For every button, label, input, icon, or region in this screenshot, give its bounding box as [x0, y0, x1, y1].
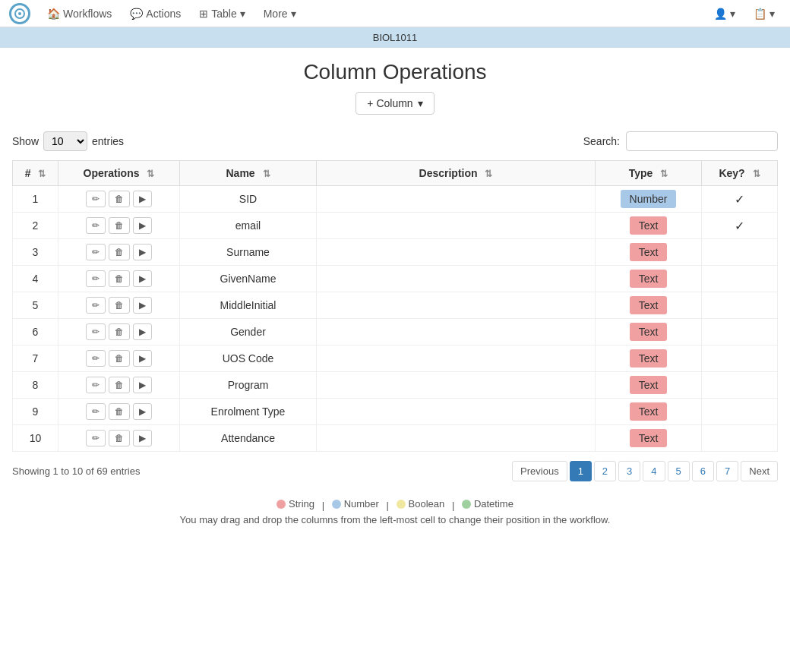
page-1-button[interactable]: 1: [570, 461, 592, 481]
entries-select[interactable]: 10 25 50 100: [43, 131, 87, 151]
home-icon: 🏠: [47, 8, 60, 20]
row-name: Attendance: [180, 425, 317, 452]
navbar: 🏠 Workflows 💬 Actions ⊞ Table ▾ More ▾ 👤…: [0, 0, 790, 27]
row-name: UOS Code: [180, 345, 317, 372]
page-2-button[interactable]: 2: [594, 461, 616, 481]
row-description: [317, 319, 596, 345]
search-label: Search:: [583, 135, 620, 147]
row-ops: ✏ 🗑 ▶: [58, 319, 180, 345]
prev-button[interactable]: Previous: [512, 461, 567, 481]
add-column-label: + Column: [367, 97, 412, 109]
col-number[interactable]: # ⇅: [13, 161, 58, 186]
key-checkmark: ✓: [735, 193, 744, 206]
table-row: 4 ✏ 🗑 ▶ GivenNameText: [13, 266, 778, 292]
nav-user[interactable]: 👤 ▾: [708, 5, 741, 23]
delete-button[interactable]: 🗑: [109, 270, 130, 287]
edit-button[interactable]: ✏: [86, 191, 106, 207]
row-type: Text: [596, 372, 702, 399]
edit-button[interactable]: ✏: [86, 244, 106, 260]
delete-button[interactable]: 🗑: [109, 350, 130, 367]
table-header-row: # ⇅ Operations ⇅ Name ⇅ Description ⇅ Ty…: [13, 161, 778, 186]
sub-header: BIOL1011: [0, 27, 790, 48]
nav-table[interactable]: ⊞ Table ▾: [191, 5, 252, 23]
row-num: 9: [13, 399, 58, 425]
row-ops: ✏ 🗑 ▶: [58, 186, 180, 213]
edit-button[interactable]: ✏: [86, 430, 106, 446]
row-key: [702, 399, 778, 425]
nav-actions[interactable]: 💬 Actions: [122, 5, 188, 23]
delete-button[interactable]: 🗑: [109, 217, 130, 234]
more-button[interactable]: ▶: [133, 244, 152, 260]
more-button[interactable]: ▶: [133, 377, 152, 393]
delete-button[interactable]: 🗑: [109, 297, 130, 314]
page-3-button[interactable]: 3: [618, 461, 640, 481]
row-type: Text: [596, 213, 702, 239]
edit-button[interactable]: ✏: [86, 297, 106, 314]
delete-button[interactable]: 🗑: [109, 323, 130, 340]
edit-button[interactable]: ✏: [86, 403, 106, 420]
more-button[interactable]: ▶: [133, 350, 152, 367]
row-name: Enrolment Type: [180, 399, 317, 425]
type-badge: Number: [621, 190, 677, 208]
more-button[interactable]: ▶: [133, 217, 152, 234]
brand-logo[interactable]: [9, 3, 30, 24]
table-footer: Showing 1 to 10 of 69 entries Previous 1…: [0, 452, 790, 491]
search-input[interactable]: [626, 131, 778, 151]
chat-icon: 💬: [130, 8, 143, 20]
sort-name-icon: ⇅: [263, 169, 270, 179]
edit-button[interactable]: ✏: [86, 217, 106, 234]
more-button[interactable]: ▶: [133, 430, 152, 446]
page-5-button[interactable]: 5: [668, 461, 690, 481]
add-column-button[interactable]: + Column ▾: [356, 92, 434, 115]
more-button[interactable]: ▶: [133, 297, 152, 314]
more-button[interactable]: ▶: [133, 323, 152, 340]
edit-button[interactable]: ✏: [86, 377, 106, 393]
row-type: Text: [596, 345, 702, 372]
delete-button[interactable]: 🗑: [109, 377, 130, 393]
type-badge: Text: [630, 323, 668, 341]
type-badge: Text: [630, 296, 668, 314]
legend-number: Number: [332, 498, 379, 510]
more-button[interactable]: ▶: [133, 191, 152, 207]
col-operations[interactable]: Operations ⇅: [58, 161, 180, 186]
type-badge: Text: [630, 270, 668, 288]
col-description[interactable]: Description ⇅: [317, 161, 596, 186]
delete-button[interactable]: 🗑: [109, 403, 130, 420]
row-type: Text: [596, 239, 702, 266]
page-6-button[interactable]: 6: [692, 461, 714, 481]
logo-icon: [9, 3, 30, 24]
row-name: SID: [180, 186, 317, 213]
entries-label: entries: [92, 135, 124, 147]
page-4-button[interactable]: 4: [643, 461, 665, 481]
edit-button[interactable]: ✏: [86, 270, 106, 287]
edit-button[interactable]: ✏: [86, 323, 106, 340]
row-description: [317, 425, 596, 452]
row-description: [317, 239, 596, 266]
nav-more[interactable]: More ▾: [256, 5, 304, 23]
next-button[interactable]: Next: [741, 461, 778, 481]
row-ops: ✏ 🗑 ▶: [58, 213, 180, 239]
row-description: [317, 292, 596, 319]
edit-button[interactable]: ✏: [86, 350, 106, 367]
col-name[interactable]: Name ⇅: [180, 161, 317, 186]
table-row: 8 ✏ 🗑 ▶ ProgramText: [13, 372, 778, 399]
page-7-button[interactable]: 7: [716, 461, 738, 481]
row-num: 8: [13, 372, 58, 399]
more-button[interactable]: ▶: [133, 270, 152, 287]
delete-button[interactable]: 🗑: [109, 191, 130, 207]
nav-workflows[interactable]: 🏠 Workflows: [40, 5, 119, 23]
table-container: # ⇅ Operations ⇅ Name ⇅ Description ⇅ Ty…: [0, 160, 790, 452]
col-type[interactable]: Type ⇅: [596, 161, 702, 186]
delete-button[interactable]: 🗑: [109, 430, 130, 446]
table-icon: ⊞: [199, 8, 208, 20]
bottom-note: You may drag and drop the columns from t…: [0, 514, 790, 538]
delete-button[interactable]: 🗑: [109, 244, 130, 260]
nav-settings[interactable]: 📋 ▾: [747, 5, 781, 23]
boolean-label: Boolean: [409, 498, 445, 510]
table-row: 7 ✏ 🗑 ▶ UOS CodeText: [13, 345, 778, 372]
show-entries: Show 10 25 50 100 entries: [12, 131, 124, 151]
row-num: 6: [13, 319, 58, 345]
row-num: 1: [13, 186, 58, 213]
col-key[interactable]: Key? ⇅: [702, 161, 778, 186]
more-button[interactable]: ▶: [133, 403, 152, 420]
